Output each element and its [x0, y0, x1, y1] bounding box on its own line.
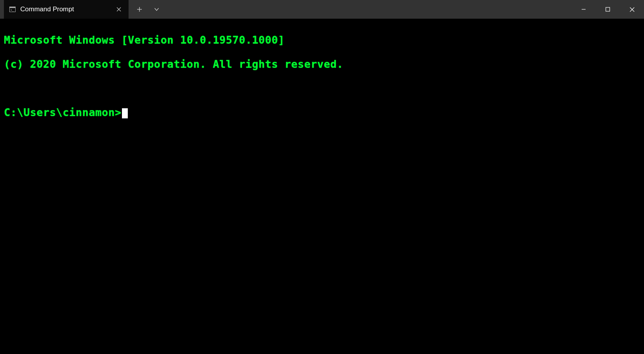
titlebar: >_ Command Prompt	[0, 0, 644, 19]
svg-rect-1	[10, 7, 16, 8]
new-tab-button[interactable]	[131, 0, 148, 19]
terminal-prompt-line: C:\Users\cinnamon>	[4, 106, 640, 118]
maximize-button[interactable]	[596, 0, 620, 19]
close-window-button[interactable]	[620, 0, 644, 19]
maximize-icon	[605, 7, 610, 12]
terminal-cursor	[122, 108, 128, 118]
minimize-button[interactable]	[572, 0, 596, 19]
terminal-blank-line	[4, 82, 640, 94]
tab-command-prompt[interactable]: >_ Command Prompt	[4, 0, 129, 19]
chevron-down-icon	[154, 7, 159, 12]
close-icon	[116, 7, 121, 12]
terminal-prompt: C:\Users\cinnamon>	[4, 106, 122, 118]
terminal-line: Microsoft Windows [Version 10.0.19570.10…	[4, 34, 640, 46]
terminal-icon: >_	[9, 7, 16, 12]
tab-close-button[interactable]	[113, 4, 125, 15]
minimize-icon	[581, 7, 586, 12]
close-icon	[630, 7, 635, 12]
terminal-line: (c) 2020 Microsoft Corporation. All righ…	[4, 58, 640, 70]
tab-strip: >_ Command Prompt	[0, 0, 165, 19]
window-controls	[572, 0, 644, 19]
tab-actions	[129, 0, 165, 19]
svg-rect-8	[606, 7, 610, 11]
titlebar-drag-area[interactable]	[165, 0, 572, 19]
tab-dropdown-button[interactable]	[148, 0, 165, 19]
plus-icon	[137, 7, 142, 12]
svg-text:>_: >_	[11, 9, 14, 12]
tab-title: Command Prompt	[20, 5, 108, 13]
terminal-output[interactable]: Microsoft Windows [Version 10.0.19570.10…	[0, 19, 644, 354]
